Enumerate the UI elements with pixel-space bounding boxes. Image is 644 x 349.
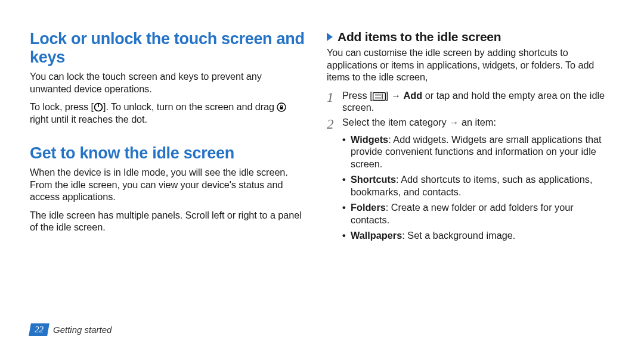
power-icon — [94, 102, 103, 112]
lock-unlock-instruction: To lock, press []. To unlock, turn on th… — [30, 101, 305, 125]
list-item: Widgets: Add widgets. Widgets are small … — [342, 133, 609, 170]
heading-lock-unlock: Lock or unlock the touch screen and keys — [30, 30, 305, 67]
item-categories-list: Widgets: Add widgets. Widgets are small … — [342, 133, 609, 242]
list-item: Shortcuts: Add shortcuts to items, such … — [342, 173, 609, 198]
list-item: Wallpapers: Set a background image. — [342, 229, 609, 242]
add-items-intro: You can customise the idle screen by add… — [327, 46, 609, 83]
menu-key-icon — [373, 92, 386, 101]
section-title: Getting started — [53, 325, 112, 335]
page-number-badge: 22 — [29, 323, 49, 336]
list-item: Folders: Create a new folder or add fold… — [342, 201, 609, 226]
step-body: Select the item category → an item: — [342, 116, 496, 131]
step-2: 2 Select the item category → an item: — [327, 116, 609, 131]
subheading-add-items: Add items to the idle screen — [327, 30, 609, 44]
page-footer: 22 Getting started — [30, 323, 112, 336]
chevron-right-icon — [327, 33, 333, 41]
step-1: 1 Press [] → Add or tap and hold the emp… — [327, 89, 609, 114]
step-body: Press [] → Add or tap and hold the empty… — [342, 89, 609, 114]
right-column: Add items to the idle screen You can cus… — [322, 30, 614, 336]
idle-desc-1: When the device is in Idle mode, you wil… — [30, 166, 305, 203]
manual-page: Lock or unlock the touch screen and keys… — [0, 0, 644, 349]
left-column: Lock or unlock the touch screen and keys… — [30, 30, 322, 336]
heading-idle-screen: Get to know the idle screen — [30, 144, 305, 163]
lock-unlock-desc: You can lock the touch screen and keys t… — [30, 70, 305, 95]
step-number: 1 — [327, 89, 342, 114]
svg-rect-4 — [373, 92, 385, 100]
step-number: 2 — [327, 116, 342, 131]
idle-desc-2: The idle screen has multiple panels. Scr… — [30, 209, 305, 233]
lock-circle-icon — [277, 102, 286, 112]
svg-rect-3 — [280, 107, 283, 110]
